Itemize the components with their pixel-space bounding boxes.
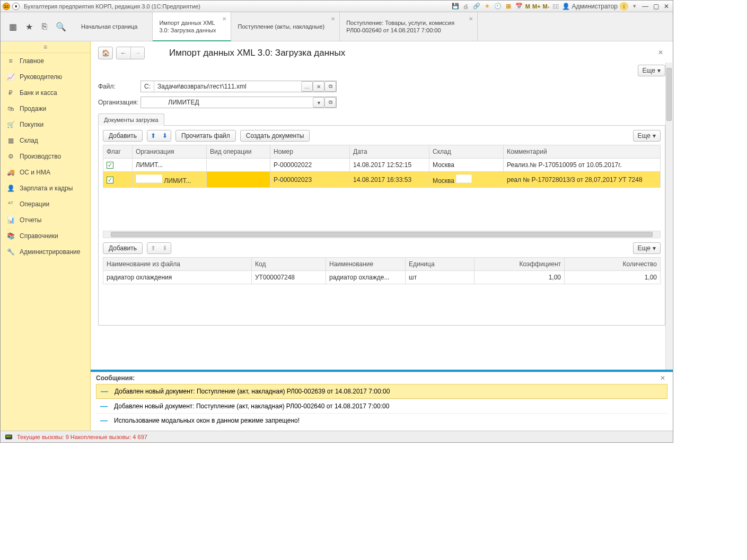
favorite-icon[interactable]: ★ bbox=[483, 2, 491, 11]
sidebar-item-10[interactable]: 📊Отчеты bbox=[1, 212, 90, 228]
sidebar-item-2[interactable]: ₽Банк и касса bbox=[1, 85, 90, 101]
tab-close-icon[interactable]: ✕ bbox=[331, 15, 335, 23]
memory-mminus[interactable]: M- bbox=[543, 3, 550, 10]
file-input[interactable]: C: Задачи\возвраты\тест\111.xml … ✕ ⧉ bbox=[140, 81, 337, 92]
memory-mplus[interactable]: M+ bbox=[532, 3, 541, 10]
print-icon[interactable]: 🖨 bbox=[462, 2, 470, 11]
tab-close-icon[interactable]: ✕ bbox=[469, 15, 473, 23]
move-down-icon[interactable]: ⬇ bbox=[159, 243, 171, 253]
tab-import[interactable]: Импорт данных XML3.0: Загрузка данных ✕ bbox=[153, 12, 231, 41]
column-header[interactable]: Количество bbox=[565, 258, 661, 271]
minimize-button[interactable]: — bbox=[641, 2, 649, 11]
calendar-icon[interactable]: 📅 bbox=[515, 2, 523, 11]
calc-icon[interactable]: ▦ bbox=[504, 2, 513, 11]
org-input[interactable]: ЛИМИТЕД ▾ ⧉ bbox=[140, 97, 337, 108]
sidebar-item-4[interactable]: 🛒Покупки bbox=[1, 117, 90, 133]
clipboard-icon[interactable]: ⎘ bbox=[42, 22, 47, 31]
message-row[interactable]: —Добавлен новый документ: Поступление (а… bbox=[96, 384, 667, 399]
info-icon[interactable]: i bbox=[620, 2, 628, 11]
column-header[interactable]: Коэффициент bbox=[474, 258, 565, 271]
add-button-2[interactable]: Добавить bbox=[103, 242, 143, 254]
tab-start[interactable]: Начальная страница bbox=[75, 12, 153, 41]
sidebar-item-9[interactable]: ᴬᵀОперации bbox=[1, 196, 90, 212]
column-header[interactable]: Вид операции bbox=[207, 145, 270, 159]
sidebar-item-6[interactable]: ⚙Производство bbox=[1, 148, 90, 164]
sidebar-item-12[interactable]: 🔧Администрирование bbox=[1, 244, 90, 260]
file-open-icon[interactable]: ⧉ bbox=[324, 81, 336, 92]
home-button[interactable]: 🏠 bbox=[98, 47, 113, 59]
search-icon[interactable]: 🔍 bbox=[56, 22, 66, 32]
column-header[interactable]: Комментарий bbox=[504, 145, 661, 159]
move-up-icon[interactable]: ⬆ bbox=[147, 130, 159, 141]
column-header[interactable]: Организация bbox=[133, 145, 207, 159]
documents-table[interactable]: ФлагОрганизацияВид операцииНомерДатаСкла… bbox=[103, 145, 661, 230]
checkbox-icon[interactable]: ✓ bbox=[107, 177, 113, 183]
forward-button[interactable]: → bbox=[130, 47, 144, 59]
dropdown-icon[interactable]: ▾ bbox=[12, 3, 20, 10]
table-row[interactable]: ✓ЛИМИТ...P-00000202214.08.2017 12:52:15М… bbox=[103, 159, 661, 172]
column-header[interactable]: Наименование из файла bbox=[103, 258, 252, 271]
column-header[interactable]: Наименование bbox=[326, 258, 406, 271]
more-button-3[interactable]: Еще ▾ bbox=[633, 242, 661, 254]
column-header[interactable]: Единица bbox=[406, 258, 474, 271]
org-open-icon[interactable]: ⧉ bbox=[324, 97, 336, 108]
column-header[interactable]: Склад bbox=[429, 145, 504, 159]
star-icon[interactable]: ★ bbox=[25, 22, 33, 32]
create-docs-button[interactable]: Создать документы bbox=[240, 130, 310, 142]
move-down-icon[interactable]: ⬇ bbox=[159, 130, 171, 141]
items-table[interactable]: Наименование из файлаКодНаименованиеЕдин… bbox=[103, 257, 661, 321]
tab-document[interactable]: Поступление: Товары, услуги, комиссияРЛ0… bbox=[340, 12, 478, 41]
file-browse-icon[interactable]: … bbox=[301, 81, 313, 92]
checkbox-icon[interactable]: ✓ bbox=[107, 162, 113, 169]
history-icon[interactable]: 🕘 bbox=[494, 2, 502, 11]
sidebar-item-5[interactable]: ▦Склад bbox=[1, 133, 90, 148]
sidebar-item-7[interactable]: 🚚ОС и НМА bbox=[1, 164, 90, 180]
add-button-1[interactable]: Добавить bbox=[103, 130, 143, 142]
nav-label: Справочники bbox=[20, 232, 58, 240]
org-label: Организация: bbox=[98, 99, 140, 106]
table-row[interactable]: ✓ ЛИМИТ...P-00000202314.08.2017 16:33:53… bbox=[103, 172, 661, 188]
page-close-icon[interactable]: ✕ bbox=[658, 49, 663, 56]
message-dash-icon: — bbox=[101, 387, 108, 396]
vertical-scrollbar[interactable] bbox=[665, 63, 672, 370]
tab-incoming[interactable]: Поступление (акты, накладные) ✕ bbox=[231, 12, 340, 41]
memory-m[interactable]: M bbox=[525, 3, 530, 10]
column-header[interactable]: Дата bbox=[350, 145, 429, 159]
user-label[interactable]: 👤Администратор bbox=[562, 3, 618, 10]
panels-icon[interactable]: ▯▯ bbox=[551, 2, 560, 11]
sidebar-item-11[interactable]: 📚Справочники bbox=[1, 228, 90, 244]
file-clear-icon[interactable]: ✕ bbox=[313, 81, 324, 92]
sidebar-item-0[interactable]: ≡Главное bbox=[1, 53, 90, 69]
table-row[interactable]: радиатор охлажденияУТ000007248радиатор о… bbox=[103, 271, 661, 284]
more-button[interactable]: Еще ▾ bbox=[638, 65, 665, 76]
sidebar-item-3[interactable]: 🛍Продажи bbox=[1, 101, 90, 117]
column-header[interactable]: Флаг bbox=[103, 145, 133, 159]
nav-label: Операции bbox=[20, 200, 49, 208]
sidebar-item-1[interactable]: 📈Руководителю bbox=[1, 69, 90, 85]
apps-icon[interactable]: ▦ bbox=[9, 22, 17, 32]
message-row[interactable]: —Использование модальных окон в данном р… bbox=[96, 413, 667, 427]
sidebar-item-8[interactable]: 👤Зарплата и кадры bbox=[1, 180, 90, 196]
message-row[interactable]: —Добавлен новый документ: Поступление (а… bbox=[96, 399, 667, 413]
tab-close-icon[interactable]: ✕ bbox=[222, 15, 226, 23]
more-button-2[interactable]: Еще ▾ bbox=[633, 130, 661, 142]
column-header[interactable]: Код bbox=[252, 258, 326, 271]
read-file-button[interactable]: Прочитать файл bbox=[175, 130, 236, 142]
back-button[interactable]: ← bbox=[117, 47, 130, 59]
link-icon[interactable]: 🔗 bbox=[472, 2, 481, 11]
close-button[interactable]: ✕ bbox=[662, 2, 671, 11]
move-up-icon[interactable]: ⬆ bbox=[147, 243, 159, 253]
nav-label: Склад bbox=[20, 137, 38, 144]
content-area: 🏠 ← → Импорт данных XML 3.0: Загрузка да… bbox=[91, 41, 673, 431]
inner-tab-documents[interactable]: Документы загрузка bbox=[98, 113, 164, 126]
column-header[interactable]: Номер bbox=[270, 145, 350, 159]
org-dropdown-icon[interactable]: ▾ bbox=[313, 97, 324, 108]
file-label: Файл: bbox=[98, 83, 140, 90]
messages-close-icon[interactable]: ✕ bbox=[660, 374, 665, 382]
sidebar-toggle[interactable]: ≡ bbox=[1, 41, 90, 53]
maximize-button[interactable]: ▢ bbox=[652, 2, 660, 11]
menu-dropdown-icon[interactable]: ▾ bbox=[630, 2, 639, 11]
save-icon[interactable]: 💾 bbox=[451, 2, 460, 11]
window-title: Бухгалтерия предприятия КОРП, редакция 3… bbox=[24, 3, 451, 10]
horizontal-scrollbar[interactable] bbox=[103, 231, 661, 238]
